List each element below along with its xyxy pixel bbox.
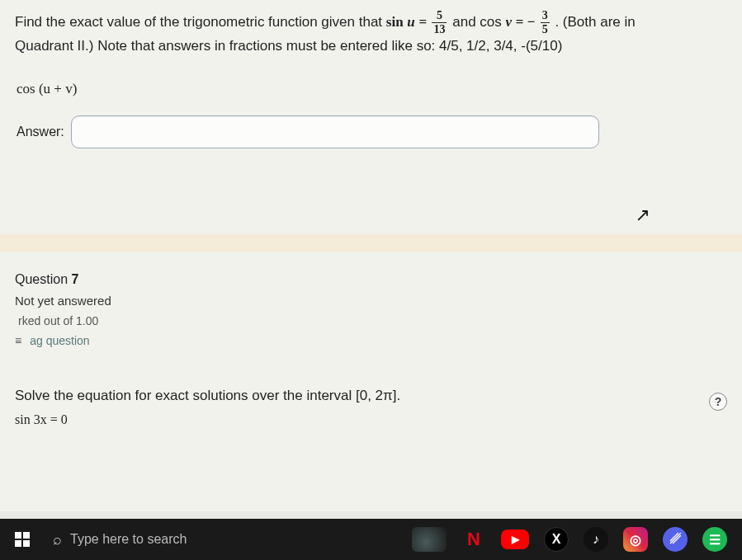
frac1-num: 5 xyxy=(432,10,447,23)
var-v: v xyxy=(505,14,512,30)
question-marks: rked out of 1.00 xyxy=(18,314,727,327)
fraction-3-5: 3 5 xyxy=(541,10,550,35)
equals-1: = xyxy=(419,14,431,30)
x-twitter-icon[interactable]: X xyxy=(544,527,569,552)
text-between: and cos xyxy=(452,14,505,30)
question-label-prefix: Question xyxy=(15,272,71,286)
question-status: Not yet answered xyxy=(15,294,727,308)
fraction-5-13: 5 13 xyxy=(432,10,447,35)
problem-statement: Find the exact value of the trigonometri… xyxy=(15,10,727,57)
spotify-icon[interactable]: ☰ xyxy=(702,527,727,552)
windows-icon xyxy=(15,532,30,547)
search-placeholder: Type here to search xyxy=(70,532,187,547)
question-number-value: 7 xyxy=(71,272,78,286)
search-icon: ⌕ xyxy=(53,531,62,548)
youtube-icon[interactable]: ▶ xyxy=(501,529,529,549)
mouse-cursor-icon: ↖ xyxy=(636,205,650,226)
windows-taskbar: ⌕ Type here to search N ▶ X ♪ ◎ ␥ ☰ xyxy=(0,519,742,560)
frac1-den: 13 xyxy=(432,23,447,35)
answer-input[interactable] xyxy=(71,115,599,148)
var-u: u xyxy=(407,14,414,30)
taskbar-tray: N ▶ X ♪ ◎ ␥ ☰ xyxy=(412,527,734,552)
instagram-icon[interactable]: ◎ xyxy=(623,527,648,552)
problem-line2: Quadrant II.) Note that answers in fract… xyxy=(15,35,727,57)
frac2-num: 3 xyxy=(541,10,550,23)
answer-label: Answer: xyxy=(17,122,64,142)
start-button[interactable] xyxy=(8,525,36,553)
flag-question-link[interactable]: ag question xyxy=(30,334,89,347)
question-number: Question 7 xyxy=(15,272,727,287)
tiktok-icon[interactable]: ♪ xyxy=(584,527,608,552)
sin-label: sin xyxy=(386,14,404,30)
list-icon: ≡ xyxy=(15,334,21,347)
help-button[interactable]: ? xyxy=(709,393,727,411)
frac2-den: 5 xyxy=(541,23,550,35)
text-leadin: Find the exact value of the trigonometri… xyxy=(15,14,386,30)
expression-cos-u-plus-v: cos (u + v) xyxy=(17,78,727,100)
text-after: . (Both are in xyxy=(555,14,635,30)
q7-equation: sin 3x = 0 xyxy=(15,412,727,427)
q7-instruction: Solve the equation for exact solutions o… xyxy=(15,388,727,404)
discord-icon[interactable]: ␥ xyxy=(663,527,688,552)
highlight-band xyxy=(0,234,742,252)
taskbar-search[interactable]: ⌕ Type here to search xyxy=(46,525,261,554)
netflix-icon[interactable]: N xyxy=(461,527,486,552)
equals-minus: = − xyxy=(516,14,539,30)
weather-icon[interactable] xyxy=(412,527,447,552)
question-7-body: Solve the equation for exact solutions o… xyxy=(0,388,742,427)
question-7-header: Question 7 Not yet answered rked out of … xyxy=(0,262,742,347)
